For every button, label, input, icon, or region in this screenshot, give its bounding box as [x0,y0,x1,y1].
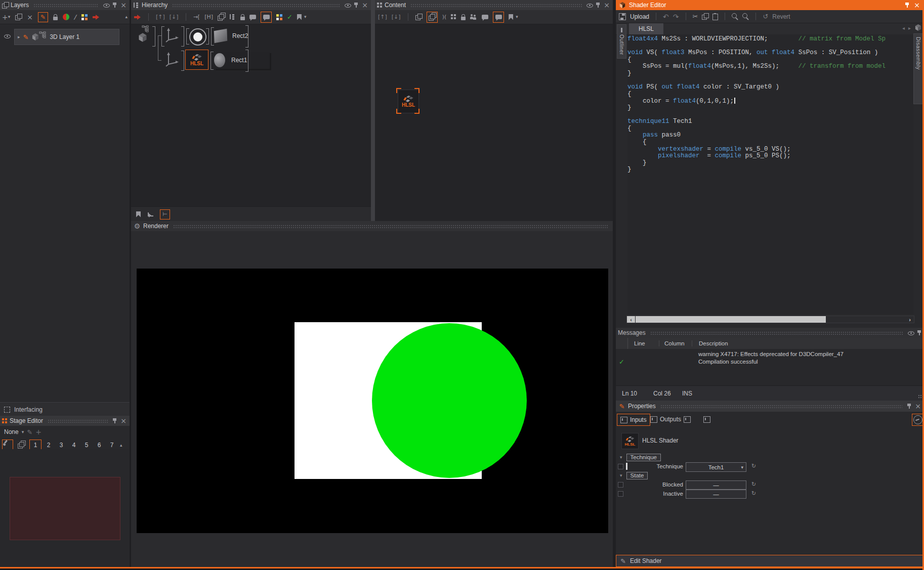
bookmark-dropdown-icon[interactable]: ▾ [516,15,518,19]
slots-collapse-icon[interactable]: ▴ [120,443,122,448]
layer-visibility-eye-icon[interactable] [4,33,11,39]
hierarchy-tree-area[interactable]: Rect2 HLSL Rect1 [131,24,371,206]
palette-icon[interactable] [276,14,282,20]
save-icon[interactable] [619,13,626,20]
pin-icon[interactable] [905,2,910,8]
interfacing-row[interactable]: Interfacing [0,402,138,416]
renderer-header[interactable]: ⚙ Renderer [131,221,613,231]
hlsl-shader-node[interactable]: HLSL [185,50,208,70]
close-icon[interactable]: × [361,1,369,9]
comment-icon[interactable] [249,15,256,19]
content-canvas[interactable]: HLSL [375,24,613,221]
axis-node[interactable] [164,51,181,70]
add-layer-button[interactable]: +▾ [2,14,10,21]
tab-outputs[interactable]: Outputs [647,414,684,425]
upload-button[interactable]: Upload [630,13,649,20]
lock-icon[interactable] [53,17,58,20]
draw-slash-icon[interactable]: / [74,14,77,21]
snap-icon[interactable] [415,14,422,20]
users-icon[interactable] [470,14,477,20]
circle-node[interactable] [189,28,206,46]
messages-header[interactable]: Messages [616,328,924,338]
bookmark-icon[interactable] [297,14,302,20]
tab-inputs[interactable]: Inputs [617,414,650,426]
expand-arrow-icon[interactable]: ▸ [18,35,20,39]
code-editor[interactable]: float4x4 Ms2Ss : WORLDVIEWPROJECTION; //… [627,34,913,314]
col-column[interactable]: Column [659,340,692,346]
pin-icon[interactable] [354,2,359,8]
preset-edit-pencil-icon[interactable]: ✎ [27,429,32,435]
scrollbar-left-arrow[interactable]: ‹ [627,316,635,323]
move-up-icon[interactable]: [↑] [378,14,387,20]
properties-header[interactable]: ✎ Properties × [616,401,924,412]
resize-grip[interactable] [918,394,922,399]
blocked-field[interactable]: — [686,480,746,490]
wrap-stack-icon[interactable] [218,14,225,21]
rect1-node[interactable]: Rect1 [214,52,270,69]
pin-icon[interactable] [917,330,922,336]
col-line[interactable]: Line [628,340,659,346]
lock-icon[interactable] [240,17,245,20]
eye-icon[interactable] [908,330,915,336]
eye-icon[interactable] [103,2,110,9]
stage-preset-select[interactable]: None [4,428,19,435]
tab-hlsl[interactable]: HLSL [629,23,663,34]
pin-icon[interactable] [596,2,601,8]
stage-slot-7[interactable]: 7 [106,440,117,450]
hlsl-content-node[interactable]: HLSL [398,90,418,112]
stage-preview-area[interactable] [0,449,130,570]
code-lines[interactable]: float4x4 Ms2Ss : WORLDVIEWPROJECTION; //… [627,34,913,173]
col-description[interactable]: Description [692,340,728,346]
tab-scroll-right-icon[interactable]: ▸ [908,26,911,31]
forward-arrow-icon[interactable] [93,15,100,20]
edit-shader-bar[interactable]: ✎ Edit Shader [616,555,923,567]
render-viewport[interactable] [137,269,608,533]
shader-editor-titlebar[interactable]: Shader Editor × [616,0,924,10]
close-icon[interactable]: × [119,417,128,425]
default-values-icon[interactable] [703,416,710,423]
preset-add-icon[interactable]: + [35,428,41,435]
stage-slot-6[interactable]: 6 [94,440,105,450]
revert-icon[interactable]: ↺ [763,13,768,20]
insert-before-icon[interactable]: →[ [193,14,200,20]
tab-scroll-left-icon[interactable]: ◂ [902,26,905,31]
scrollbar-thumb[interactable] [636,316,826,323]
collapse-toolbar-icon[interactable]: ▴ [125,15,128,19]
inactive-reset-icon[interactable]: ↻ [751,491,756,496]
undo-icon[interactable]: ↶ [663,13,669,20]
cut-icon[interactable]: ✂ [693,13,698,20]
blocked-reset-icon[interactable]: ↻ [751,481,756,487]
group-collapse-icon[interactable]: ▾ [620,455,622,460]
layers-stack-icon[interactable] [427,12,438,23]
collapse-nodes-icon[interactable]: )( [442,14,447,20]
disassembly-side-tab[interactable]: Disassembly [913,33,923,104]
message-row-warning[interactable]: warning X4717: Effects deprecated for D3… [616,350,924,358]
stage-slot-4[interactable]: 4 [68,440,79,450]
close-icon[interactable]: × [914,402,922,410]
axis-node[interactable] [164,26,181,46]
delete-layer-icon[interactable]: × [27,14,33,21]
stage-layout-icon[interactable] [18,442,25,449]
rect2-node[interactable]: Rect2 [214,27,270,45]
comment-filled-icon[interactable] [261,12,272,23]
render-toggle-icon[interactable] [63,14,69,20]
jump-out-icon[interactable] [148,212,153,216]
layer-row-box[interactable]: ▸ ✎ 3D Layer 1 [14,29,119,45]
validate-check-icon[interactable]: ✓ [287,14,292,20]
close-icon[interactable]: × [913,1,921,9]
lock-icon[interactable] [461,17,466,20]
eye-icon[interactable] [586,2,594,9]
find-next-icon[interactable] [742,13,747,18]
scrollbar-right-arrow[interactable]: › [906,316,913,323]
layer-row[interactable]: ▸ ✎ 3D Layer 1 [0,28,130,45]
group-collapse-icon[interactable]: ▾ [620,473,622,478]
technique-group-header[interactable]: ▾ Technique [616,453,924,461]
technique-group-label[interactable]: Technique [626,454,661,461]
state-group-header[interactable]: ▾ State [616,471,924,479]
outliner-side-tab[interactable]: Outliner [617,24,626,59]
bookmark-icon[interactable] [509,14,513,20]
palette-icon[interactable] [81,14,88,20]
content-panel-header[interactable]: Content × [375,0,613,10]
copy-icon[interactable] [702,13,708,20]
comment-filled-icon[interactable] [493,12,504,23]
